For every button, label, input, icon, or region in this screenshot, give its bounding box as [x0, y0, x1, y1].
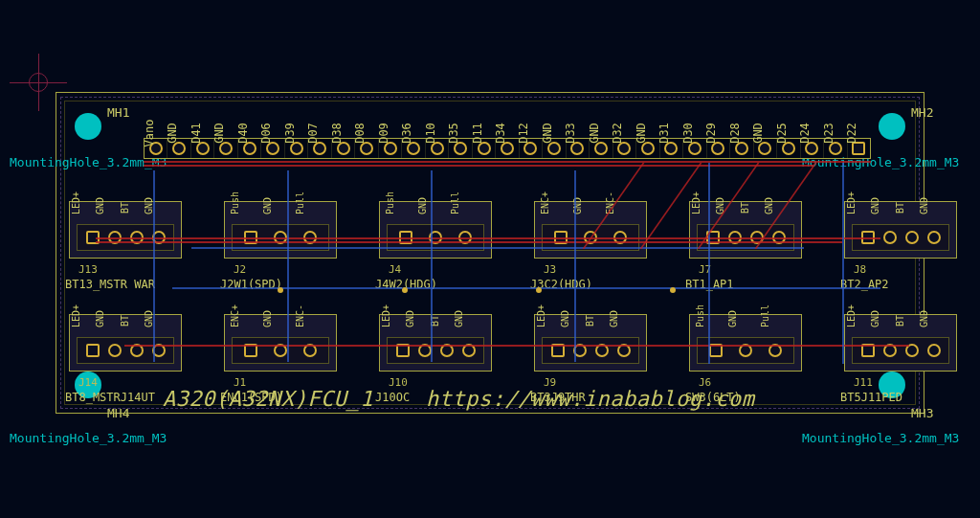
- via: [402, 287, 408, 293]
- header-pin: D10: [426, 139, 449, 158]
- connector-pin-net-label: GND: [417, 201, 454, 214]
- connector-pin-net-label: Pull: [450, 201, 486, 214]
- connector-pin-net-label: GND: [727, 314, 764, 327]
- connector-ref-label: J8: [854, 263, 866, 276]
- mounting-hole-2: [879, 113, 905, 140]
- mounting-hole-1: [75, 113, 101, 140]
- connector-pin-net-label: GND: [919, 201, 955, 214]
- header-pin: D32: [613, 139, 636, 158]
- connector-desc-label: BT8_MSTRJ14UT: [65, 391, 155, 404]
- header-pin: D30: [683, 139, 706, 158]
- header-pin-net-label: D38: [330, 123, 344, 144]
- connector-pin-pad: [584, 231, 597, 244]
- mh1-ref: MH1: [107, 105, 129, 120]
- connector-J7: LED+GNDBTGNDJ7BT1_AP1: [689, 201, 802, 259]
- board-url-text: https://www.inabablog.com: [426, 387, 755, 411]
- header-pin-net-label: D23: [822, 123, 835, 144]
- connector-pin-pad: [130, 344, 144, 357]
- header-pin: Vano: [145, 139, 167, 158]
- header-pin-net-label: Vano: [143, 120, 156, 147]
- mh2-ref: MH2: [911, 105, 933, 120]
- header-pin: D39: [285, 139, 308, 158]
- connector-pin-pad: [108, 231, 122, 244]
- mh3-ref: MH3: [911, 406, 933, 420]
- header-pin: D11: [473, 139, 496, 158]
- header-pin: D12: [520, 139, 543, 158]
- connector-pin-net-label: GND: [454, 314, 490, 327]
- header-pin: D24: [801, 139, 824, 158]
- connector-pin-pad: [905, 231, 919, 244]
- connector-J8: LED+GNDBTGNDJ8BT2_AP2: [844, 201, 957, 259]
- connector-J6: PushGNDPullJ6SW3(6LT): [689, 314, 802, 372]
- via: [278, 287, 283, 293]
- connector-pin-pad: [274, 344, 287, 357]
- header-pin-net-label: GND: [588, 123, 601, 144]
- header-pin-net-label: GND: [541, 123, 554, 144]
- connector-pin-net-label: GND: [144, 314, 180, 327]
- header-pin-net-label: D24: [798, 123, 812, 144]
- header-pin: D29: [707, 139, 730, 158]
- header-pin: D40: [238, 139, 261, 158]
- connector-pin-pad: [429, 231, 442, 244]
- board-title-silkscreen: A320(A32NX)FCU_1 https://www.inabablog.c…: [163, 387, 755, 411]
- header-pin: D33: [567, 139, 590, 158]
- header-pin-net-label: D31: [657, 123, 671, 144]
- header-pin: D28: [730, 139, 753, 158]
- header-pin: D41: [191, 139, 214, 158]
- connector-ref-label: J11: [854, 376, 873, 389]
- header-pin: GND: [754, 139, 777, 158]
- header-pin: D08: [355, 139, 378, 158]
- connector-pin-pad: [244, 344, 257, 357]
- header-pin: D35: [449, 139, 472, 158]
- header-pin: D23: [824, 139, 847, 158]
- top-pin-header: VanoGNDD41GNDD40D06D39D07D38D08D09D36D10…: [144, 138, 871, 159]
- connector-pin-pad: [706, 231, 720, 244]
- connector-pin-pad: [396, 344, 410, 357]
- connector-pin-net-label: GND: [764, 201, 800, 214]
- header-pin: D31: [660, 139, 683, 158]
- connector-ref-label: J14: [78, 376, 98, 389]
- connector-J13: LED+GNDBTGNDJ13BT13_MSTR WAR: [69, 201, 182, 259]
- connector-pin-pad: [458, 231, 472, 244]
- connector-ref-label: J3: [544, 263, 556, 276]
- header-pin-net-label: GND: [635, 123, 648, 144]
- mh4-footprint: MountingHole_3.2mm_M3: [10, 431, 167, 445]
- connector-J10: LED+GNDBTGNDJ10J10OC: [379, 314, 492, 372]
- connector-ref-label: J2: [234, 263, 246, 276]
- connector-pin-net-label: Push: [695, 314, 731, 327]
- connector-pin-pad: [883, 344, 897, 357]
- board-name-text: A320(A32NX)FCU_1: [163, 387, 373, 411]
- connector-pin-pad: [274, 231, 287, 244]
- connector-pin-pad: [595, 344, 609, 357]
- header-pin-net-label: D06: [259, 123, 273, 144]
- header-pin: GND: [590, 139, 612, 158]
- header-pin-net-label: D08: [353, 123, 367, 144]
- connector-pin-pad: [303, 231, 317, 244]
- header-pin-net-label: D34: [494, 123, 507, 144]
- connector-row-1: LED+GNDBTGNDJ13BT13_MSTR WARPushGNDPullJ…: [69, 201, 980, 259]
- header-pin-net-label: D28: [728, 123, 742, 144]
- connector-J14: LED+GNDBTGNDJ14BT8_MSTRJ14UT: [69, 314, 182, 372]
- connector-pin-pad: [927, 231, 941, 244]
- header-pin: D36: [402, 139, 425, 158]
- header-pin-net-label: D10: [424, 123, 437, 144]
- connector-desc-label: J2W1(SPD): [220, 278, 282, 291]
- mh3-footprint: MountingHole_3.2mm_M3: [802, 431, 959, 445]
- header-pin-net-label: D07: [306, 123, 320, 144]
- header-pin-net-label: D25: [775, 123, 789, 144]
- connector-pin-pad: [728, 231, 742, 244]
- connector-pin-net-label: GND: [262, 314, 299, 327]
- connector-pin-pad: [108, 344, 122, 357]
- connector-J1: ENC+GNDENC-J1ENC1(SPD): [224, 314, 337, 372]
- header-pin-net-label: D09: [377, 123, 390, 144]
- connector-desc-label: BT5J11PED: [840, 391, 902, 404]
- connector-pin-pad: [739, 344, 752, 357]
- header-pin-net-label: GND: [212, 123, 226, 144]
- connector-pin-pad: [772, 231, 786, 244]
- connector-desc-label: BT13_MSTR WAR: [65, 278, 155, 291]
- header-pin-net-label: D33: [564, 123, 577, 144]
- header-pin-net-label: D12: [517, 123, 530, 144]
- via: [536, 287, 542, 293]
- connector-pin-pad: [927, 344, 941, 357]
- via: [670, 287, 676, 293]
